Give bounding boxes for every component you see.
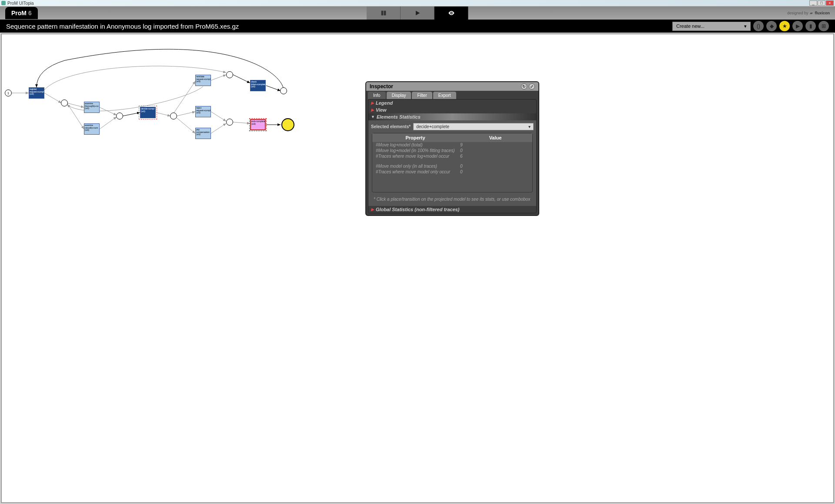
place-p4[interactable] bbox=[226, 71, 233, 78]
stack-icon[interactable]: ▮ bbox=[805, 21, 816, 31]
transition-decide[interactable]: decide+compl (s/d) bbox=[140, 107, 156, 118]
prop-cell: #Move model only (in all traces) bbox=[374, 163, 458, 169]
prop-cell: #Move log+model (total) bbox=[374, 142, 458, 148]
play-icon bbox=[413, 10, 422, 17]
tab-display[interactable]: Display bbox=[387, 92, 411, 99]
place-start[interactable]: 1 bbox=[5, 90, 12, 96]
fluxicon-label: fluxicon bbox=[815, 11, 830, 15]
val-cell: 0 bbox=[458, 148, 532, 153]
spacer bbox=[372, 175, 532, 192]
chevron-down-icon: ▾ bbox=[528, 124, 531, 129]
view-label: View bbox=[376, 107, 387, 113]
selected-elements-label: Selected elements* bbox=[371, 124, 411, 129]
star-icon[interactable]: ★ bbox=[779, 21, 790, 31]
close-button[interactable]: × bbox=[826, 0, 834, 6]
inspector-title: Inspector bbox=[370, 83, 393, 90]
acc-header-global-stats[interactable]: ▶ Global Statistics (non-filtered traces… bbox=[368, 206, 536, 213]
inspector-panel: Inspector ↻ ⤢ Info Display Filter Export… bbox=[365, 81, 539, 216]
table-row: #Move log+model (total)9 bbox=[372, 142, 532, 148]
acc-elements-statistics: ▼ Elements Statistics Selected elements*… bbox=[368, 113, 536, 206]
tab-info[interactable]: Info bbox=[368, 92, 386, 99]
arrow-right-icon: ▶ bbox=[371, 101, 374, 105]
inspector-tabs: Info Display Filter Export bbox=[366, 91, 538, 99]
prop-cell: #Move log+model (in 100% fitting traces) bbox=[374, 148, 458, 153]
acc-header-view[interactable]: ▶ View bbox=[368, 106, 536, 113]
page-title: Sequence pattern manifestation in Anonym… bbox=[6, 23, 672, 30]
transition-register[interactable]: register request+compl (s/d) bbox=[29, 87, 44, 99]
header-controls: Create new... ▾ () ◆ ★ ▶ ▮ ⊞ bbox=[672, 21, 829, 31]
tab-export[interactable]: Export bbox=[433, 92, 456, 99]
transition-end[interactable]: end+complete (s/d) bbox=[250, 119, 266, 130]
fluxicon-shape-icon: ▰ bbox=[810, 11, 813, 15]
app-icon bbox=[1, 1, 6, 5]
svg-rect-0 bbox=[381, 11, 383, 16]
table-row: #Move log+model (in 100% fitting traces)… bbox=[372, 148, 532, 153]
prop-cell: #Traces where move model only occur bbox=[374, 169, 458, 175]
place-p3[interactable] bbox=[170, 113, 177, 119]
hint-text: * Click a place/transition on the projec… bbox=[370, 194, 534, 204]
table-row: #Traces where move log+model occur6 bbox=[372, 153, 532, 159]
token-count: 1 bbox=[7, 91, 9, 95]
transition-check-ticket[interactable]: check ticket+complete (s/d) bbox=[250, 80, 266, 91]
view-tabs bbox=[367, 7, 468, 20]
header-bar: Sequence pattern manifestation in Anonym… bbox=[0, 20, 835, 33]
elem-stats-content: Selected elements* decide+complete ▾ Pro… bbox=[368, 120, 536, 206]
acc-header-legend[interactable]: ▶ Legend bbox=[368, 99, 536, 106]
transition-examine-casually[interactable]: examine casually+com (s/d) bbox=[84, 123, 100, 135]
place-p1[interactable] bbox=[61, 99, 68, 106]
inspector-body: ▶ Legend ▶ View ▼ Elements Statistics Se… bbox=[368, 99, 537, 213]
arrow-right-icon: ▶ bbox=[371, 108, 374, 112]
inspector-title-icons: ↻ ⤢ bbox=[521, 83, 535, 90]
spacer bbox=[372, 159, 532, 163]
designed-by-label: designed by bbox=[787, 11, 808, 15]
stats-table: Property Value #Move log+model (total)9 … bbox=[372, 133, 533, 192]
acc-view: ▶ View bbox=[368, 106, 536, 113]
maximize-button[interactable]: □ bbox=[818, 0, 825, 6]
logo-text: ProM bbox=[11, 10, 27, 17]
col-property: Property bbox=[372, 133, 458, 142]
transition-examine-thoroughly[interactable]: examine thoroughly+co (s/d) bbox=[84, 102, 100, 113]
selected-value: decide+complete bbox=[416, 124, 449, 129]
val-cell: 0 bbox=[458, 169, 532, 175]
col-value: Value bbox=[458, 133, 532, 142]
place-end[interactable] bbox=[281, 118, 294, 131]
stats-head: Property Value bbox=[372, 133, 532, 142]
place-p2[interactable] bbox=[116, 113, 123, 119]
place-p6[interactable] bbox=[280, 87, 287, 94]
minimize-button[interactable]: _ bbox=[809, 0, 817, 6]
workspace: 1 register request+compl (s/d) examine t… bbox=[1, 33, 834, 503]
os-titlebar: ProM UITopia _ □ × bbox=[0, 0, 835, 7]
tab-filter[interactable]: Filter bbox=[412, 92, 432, 99]
legend-label: Legend bbox=[376, 100, 393, 106]
transition-reject[interactable]: reject request+compl (s/d) bbox=[195, 106, 211, 117]
parentheses-icon[interactable]: () bbox=[753, 21, 764, 31]
transition-reinitiate[interactable]: reinitiate request+compl (s/d) bbox=[195, 75, 211, 86]
selected-elements-dropdown[interactable]: decide+complete ▾ bbox=[413, 123, 534, 130]
prop-cell: #Traces where move log+model occur bbox=[374, 153, 458, 159]
val-cell: 9 bbox=[458, 142, 532, 148]
selected-elements-row: Selected elements* decide+complete ▾ bbox=[370, 122, 534, 131]
tab-views[interactable] bbox=[434, 7, 468, 20]
global-stats-label: Global Statistics (non-filtered traces) bbox=[376, 207, 460, 212]
tab-actions[interactable] bbox=[401, 7, 434, 20]
chevron-down-icon: ▾ bbox=[744, 23, 747, 29]
inspector-titlebar[interactable]: Inspector ↻ ⤢ bbox=[366, 82, 538, 91]
window-controls: _ □ × bbox=[809, 0, 834, 6]
acc-header-elem-stats[interactable]: ▼ Elements Statistics bbox=[368, 113, 536, 120]
val-cell: 6 bbox=[458, 153, 532, 159]
svg-point-2 bbox=[451, 13, 452, 14]
eye-icon bbox=[447, 10, 456, 17]
arrow-down-icon: ▼ bbox=[371, 115, 375, 119]
refresh-icon[interactable]: ↻ bbox=[521, 83, 527, 90]
designed-by: designed by ▰ fluxicon bbox=[787, 11, 830, 15]
grid-icon[interactable]: ⊞ bbox=[818, 21, 829, 31]
svg-rect-1 bbox=[384, 11, 386, 16]
play-small-icon[interactable]: ▶ bbox=[792, 21, 803, 31]
table-row: #Traces where move model only occur0 bbox=[372, 169, 532, 175]
transition-pay[interactable]: pay compensation (s/d) bbox=[195, 128, 211, 139]
place-p5[interactable] bbox=[226, 119, 233, 126]
create-new-dropdown[interactable]: Create new... ▾ bbox=[672, 22, 751, 31]
drop-icon[interactable]: ◆ bbox=[766, 21, 777, 31]
expand-icon[interactable]: ⤢ bbox=[529, 83, 535, 90]
tab-workspace[interactable] bbox=[367, 7, 401, 20]
